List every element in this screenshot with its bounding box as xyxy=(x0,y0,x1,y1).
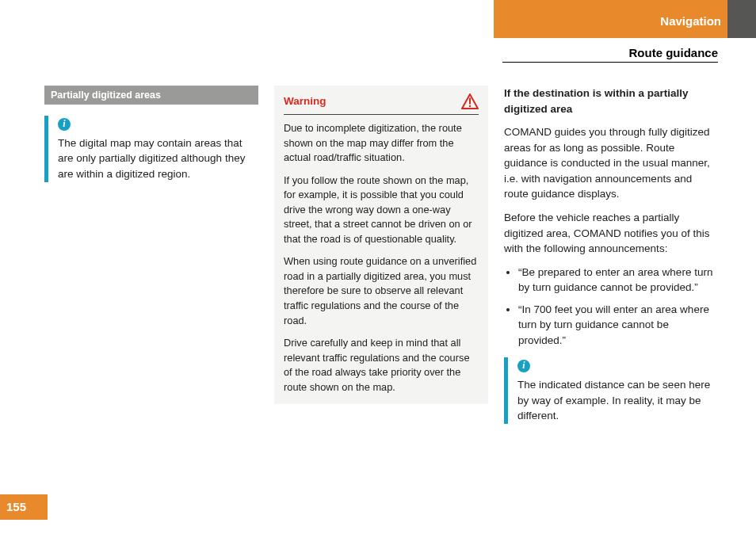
info-note: i The digital map may contain areas that… xyxy=(44,116,258,181)
section-rule xyxy=(502,62,718,63)
section-label: Partially digitized areas xyxy=(44,86,258,105)
column-2: Warning Due to incomplete digitization, … xyxy=(274,86,488,432)
info-icon: i xyxy=(58,118,71,131)
warning-label: Warning xyxy=(284,93,326,109)
chapter-title: Navigation xyxy=(494,0,727,38)
warning-triangle-icon xyxy=(461,93,479,109)
info-note-text: The indicated distance can be seen here … xyxy=(517,377,718,424)
page-number: 155 xyxy=(0,494,48,520)
list-item: “In 700 feet you will enter an area wher… xyxy=(518,302,718,349)
thumb-index-stub xyxy=(727,0,756,38)
warning-header: Warning xyxy=(284,93,479,115)
info-note-text: The digital map may contain areas that a… xyxy=(58,135,258,182)
announcement-list: “Be prepared to enter an area where turn… xyxy=(504,265,718,349)
warning-box: Warning Due to incomplete digitization, … xyxy=(274,86,488,404)
col3-heading: If the destination is within a partially… xyxy=(504,86,718,116)
svg-point-1 xyxy=(469,105,471,107)
warning-p2: If you follow the route shown on the map… xyxy=(284,174,479,247)
column-3: If the destination is within a partially… xyxy=(504,86,718,432)
info-note: i The indicated distance can be seen her… xyxy=(504,357,718,423)
col3-p1: COMAND guides you through fully digitize… xyxy=(504,124,718,202)
warning-p4: Drive carefully and keep in mind that al… xyxy=(284,336,479,395)
col3-p2: Before the vehicle reaches a partially d… xyxy=(504,210,718,257)
chapter-tab: Navigation xyxy=(494,0,756,38)
page-body: Partially digitized areas i The digital … xyxy=(44,86,718,432)
list-item: “Be prepared to enter an area where turn… xyxy=(518,265,718,296)
column-1: Partially digitized areas i The digital … xyxy=(44,86,258,432)
section-title: Route guidance xyxy=(628,44,718,62)
info-icon: i xyxy=(517,360,530,372)
warning-p1: Due to incomplete digitization, the rout… xyxy=(284,121,479,166)
warning-p3: When using route guidance on a unverifie… xyxy=(284,254,479,328)
